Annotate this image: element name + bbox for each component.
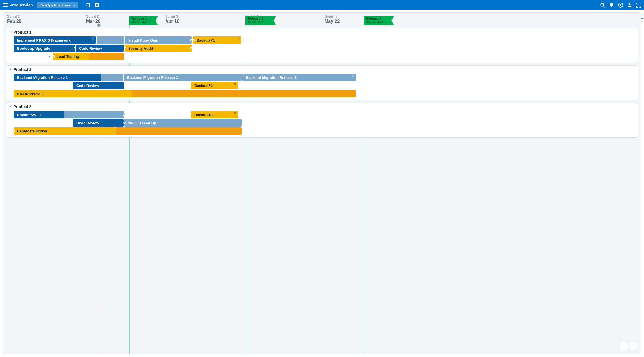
bar-label: Backup #2 (194, 84, 213, 88)
release-milestone[interactable]: Release 1Mar 30, 2020 (129, 16, 158, 25)
roadmap-bar[interactable] (97, 36, 124, 44)
roadmap-bar[interactable]: Rollout SWIFT (14, 111, 64, 118)
dependency-handle-icon[interactable] (123, 122, 126, 124)
sprint-date: May 22 (325, 19, 340, 24)
bar-label: Rollout SWIFT (17, 113, 42, 117)
roadmap-bar[interactable]: Load Testing (53, 53, 89, 60)
release-title: Release 3 (366, 17, 390, 21)
user-icon[interactable] (627, 3, 632, 8)
roadmap-bar[interactable]: Implement PRAXIS Framework⠿ (14, 36, 96, 44)
svg-text:?: ? (620, 4, 622, 7)
dependency-handle-icon[interactable] (190, 39, 192, 41)
lane-body: Backend Migration Release 1Backend Migra… (6, 74, 638, 100)
sprint-column: Sprint 2Mar 20 (86, 14, 101, 24)
bar-label: Backend Migration Release 3 (246, 75, 297, 80)
sprint-label: Sprint 5 (325, 14, 340, 18)
brand[interactable]: ProductPlan (3, 3, 37, 8)
bell-icon[interactable] (609, 3, 614, 8)
svg-rect-1 (3, 5, 6, 5)
roadmap-bar[interactable]: HA/DR Phase 2 (14, 90, 132, 97)
chevron-down-icon: ﹀ (9, 105, 12, 109)
track-row: HA/DR Phase 2 (6, 90, 638, 97)
roadmap-bar[interactable]: Code Review (73, 82, 124, 89)
sprint-column: Sprint 1Feb 28 (7, 14, 21, 24)
roadmap-bar[interactable]: Bootstrap Upgrade (14, 45, 75, 52)
lane-header[interactable]: ﹀Product 1 (6, 28, 638, 36)
svg-point-9 (611, 6, 612, 7)
dependency-handle-icon[interactable] (124, 47, 126, 49)
roadmap-bar[interactable] (101, 74, 123, 81)
roadmap-bar[interactable] (64, 111, 124, 118)
release-milestone[interactable]: Release 2Apr 30, 2020 (245, 16, 276, 25)
lane-header[interactable]: ﹀Product 3 (6, 103, 638, 110)
chevron-down-icon: ﹀ (9, 68, 12, 72)
expand-children-button[interactable]: › (47, 54, 52, 59)
roadmap-bar[interactable]: Code Review (76, 45, 124, 52)
sprint-date: Apr 10 (165, 19, 179, 24)
svg-point-7 (601, 3, 604, 6)
topbar: ProductPlan DevOps Roadmap ▼ P ? (0, 0, 644, 10)
bar-label: Backup #3 (194, 113, 213, 117)
roadmap-bar[interactable]: Install Ruby Gem⠿ (125, 36, 192, 44)
dependency-handle-icon[interactable] (192, 39, 195, 41)
fullscreen-icon[interactable] (636, 3, 641, 8)
lane-title: Product 2 (13, 67, 32, 72)
bar-label: Code Review (76, 84, 99, 88)
help-icon[interactable]: ? (618, 3, 623, 8)
dependency-handle-icon[interactable] (13, 130, 15, 132)
roadmap-bar[interactable]: Code Review (73, 119, 124, 127)
track-row: ›Load Testing (6, 53, 638, 60)
sprint-date: Feb 28 (7, 19, 21, 24)
dependency-handle-icon[interactable] (52, 55, 55, 58)
release-title: Release 2 (248, 17, 272, 21)
release-date: May 31, 2020 (366, 21, 390, 24)
roadmap-bar[interactable]: SWIFT Clean-Up (124, 119, 242, 127)
roadmap-bar[interactable] (89, 53, 124, 60)
roadmap-bar[interactable] (116, 127, 242, 135)
roadmap-bar[interactable]: Backend Migration Release 1 (14, 74, 101, 81)
sprint-label: Sprint 3 (165, 14, 179, 18)
track-row: Rollout SWIFTBackup #3⠿ (6, 111, 638, 118)
brand-label: ProductPlan (10, 3, 33, 7)
dependency-handle-icon[interactable] (190, 47, 192, 49)
track-row: Bootstrap UpgradeCode ReviewSecurity Aud… (6, 45, 638, 52)
parking-icon[interactable]: P (94, 3, 99, 8)
bar-label: HA/DR Phase 2 (17, 92, 43, 96)
track-row: Code ReviewSWIFT Clean-Up (6, 119, 638, 127)
topbar-tools-left: P (85, 3, 99, 8)
svg-text:P: P (96, 3, 98, 7)
zoom-out-button[interactable]: − (620, 342, 628, 350)
track-row: Code ReviewBackup #2⠿ (6, 82, 638, 89)
zoom-in-button[interactable]: + (629, 342, 637, 350)
roadmap-bar[interactable]: Backup #2⠿ (191, 82, 238, 89)
svg-rect-3 (86, 3, 90, 7)
roadmap-bar[interactable]: Backup #1⠿ (193, 36, 241, 44)
bar-label: Load Testing (56, 55, 79, 59)
svg-rect-4 (87, 3, 89, 4)
search-icon[interactable] (600, 3, 605, 8)
bar-label: Backend Migration Release 2 (127, 75, 178, 80)
lane: ﹀Product 2Backend Migration Release 1Bac… (6, 65, 638, 100)
drag-grip-icon: ⠿ (234, 112, 236, 115)
track-row: Implement PRAXIS Framework⠿Install Ruby … (6, 36, 638, 44)
bar-label: Code Review (79, 46, 102, 51)
roadmap-bar[interactable]: Backend Migration Release 2 (124, 74, 242, 81)
roadmap-bar[interactable]: Security Audit (125, 45, 192, 52)
bar-label: Security Audit (128, 46, 153, 51)
roadmap-bar[interactable]: Backup #3⠿ (191, 111, 238, 118)
roadmap-selector[interactable]: DevOps Roadmap ▼ (37, 2, 78, 8)
lane-header[interactable]: ﹀Product 2 (6, 66, 638, 73)
roadmap-bar[interactable] (132, 90, 356, 97)
release-milestone[interactable]: Release 3May 31, 2020 (364, 16, 394, 25)
drag-grip-icon: ⠿ (234, 82, 236, 86)
lane: ﹀Product 3Rollout SWIFTBackup #3⠿Code Re… (6, 103, 638, 138)
roadmap-bar[interactable]: Backend Migration Release 3⠿ (242, 74, 356, 81)
dependency-handle-icon[interactable] (123, 114, 125, 116)
roadmap-bar[interactable]: Deprecate Broker (14, 127, 116, 135)
chevron-down-icon: ﹀ (9, 30, 12, 34)
clipboard-icon[interactable] (85, 3, 90, 8)
timeline-area: Sprint 1Feb 28Sprint 2Mar 20Sprint 3Apr … (3, 13, 641, 354)
sprint-label: Sprint 2 (86, 14, 101, 18)
bar-label: Implement PRAXIS Framework (17, 38, 71, 42)
lane-title: Product 1 (13, 30, 32, 34)
